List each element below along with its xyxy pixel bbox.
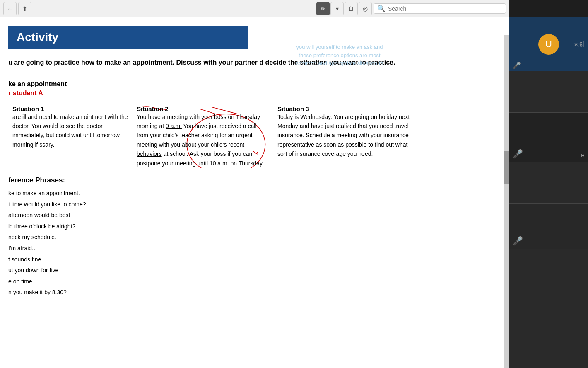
pen-button[interactable]: ✏ xyxy=(316,2,330,15)
participant-2-mic: 🎤 xyxy=(513,149,523,159)
situation-3-text: Today is Wednesday. You are going on hol… xyxy=(277,112,410,159)
activity-title: Activity xyxy=(8,26,248,49)
search-input[interactable] xyxy=(388,5,502,12)
reference-title: ference Phrases: xyxy=(8,176,493,184)
participant-2-label: H xyxy=(581,153,585,159)
list-item: neck my schedule. xyxy=(8,232,493,243)
pen-dropdown-button[interactable]: ▾ xyxy=(330,2,344,15)
list-item: e on time xyxy=(8,276,493,287)
section-subtitle: r student A xyxy=(8,90,493,97)
panel-4-mic: 🎤 xyxy=(513,236,523,246)
situation-2-number: Situation 2 xyxy=(137,105,269,112)
share-button[interactable]: ⬆ xyxy=(18,2,31,15)
participant-2-thumb: 🎤 H xyxy=(509,113,588,162)
situation-1-number: Situation 1 xyxy=(12,105,128,112)
main-area: ← ⬆ ✏ ▾ 🗒 ◎ 🔍 you will yourself to make … xyxy=(0,0,509,368)
list-item: t time would you like to come? xyxy=(8,199,493,210)
list-item: t sounds fine. xyxy=(8,254,493,265)
reference-section: ference Phrases: ke to make an appointme… xyxy=(8,176,493,298)
mic-icon: 🎤 xyxy=(513,61,521,69)
stamp-button[interactable]: 🗒 xyxy=(345,2,358,15)
search-icon: 🔍 xyxy=(377,5,386,12)
participant-1-label: 太创 xyxy=(573,41,585,48)
scrollbar-track[interactable] xyxy=(504,35,509,368)
panel-2 xyxy=(509,71,588,113)
situation-1-text: are ill and need to make an ointment wit… xyxy=(12,112,128,150)
list-item: ld three o'clock be alright? xyxy=(8,221,493,232)
list-item: I'm afraid... xyxy=(8,243,493,254)
circle-button[interactable]: ◎ xyxy=(359,2,372,15)
list-item: n you make it by 8.30? xyxy=(8,287,493,298)
toolbar: ← ⬆ ✏ ▾ 🗒 ◎ 🔍 xyxy=(0,0,509,17)
header-faded: you will yourself to make an ask and the… xyxy=(261,43,418,68)
right-sidebar: U 太创 🎤 🎤 H 🎤 xyxy=(509,0,588,368)
back-button[interactable]: ← xyxy=(3,2,17,15)
reference-list: ke to make an appointment. t time would … xyxy=(8,188,493,298)
annotation-tools: ✏ ▾ 🗒 ◎ xyxy=(316,2,372,15)
situation-2-text: You have a meeting with your boss on Thu… xyxy=(137,112,269,168)
situation-1: Situation 1 are ill and need to make an … xyxy=(8,105,133,168)
participant-1-thumb: U 太创 🎤 xyxy=(509,17,588,71)
document-area: you will yourself to make an ask and the… xyxy=(0,17,509,368)
avatar: U xyxy=(538,34,559,55)
situations-container: Situation 1 are ill and need to make an … xyxy=(8,105,493,168)
participant-panel: U 太创 🎤 🎤 H 🎤 xyxy=(509,17,588,368)
search-box[interactable]: 🔍 xyxy=(374,3,506,14)
section-title: ke an appointment xyxy=(8,80,493,88)
page-content: you will yourself to make an ask and the… xyxy=(0,17,509,368)
scrollbar-thumb[interactable] xyxy=(504,151,509,184)
list-item: ut you down for five xyxy=(8,265,493,276)
list-item: afternoon would be best xyxy=(8,210,493,221)
list-item: ke to make an appointment. xyxy=(8,188,493,199)
situation-2: Situation 2 You have a meeting with your… xyxy=(133,105,273,168)
situation-3: Situation 3 Today is Wednesday. You are … xyxy=(273,105,414,168)
situation-3-number: Situation 3 xyxy=(277,105,410,112)
panel-4: 🎤 xyxy=(509,204,588,249)
panel-3 xyxy=(509,162,588,204)
sidebar-header xyxy=(509,0,588,17)
